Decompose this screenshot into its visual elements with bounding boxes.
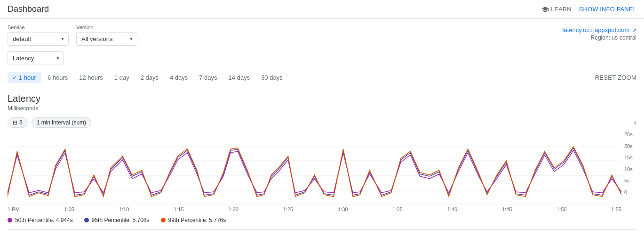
chart-collapse-button[interactable]: ‹ [634,118,636,127]
legend-label-50th: 50th Percentile: 4.944s [15,217,73,223]
time-options: ✓ 1 hour 6 hours 12 hours 1 day 2 days 4… [8,72,287,83]
legend-item-50th: 50th Percentile: 4.944s [8,217,73,223]
chart-bottom-border [8,229,636,230]
time-option-1day[interactable]: 1 day [110,72,134,83]
filter-count: 3 [19,119,23,126]
legend-item-99th: 99th Percentile: 5.776s [161,217,226,223]
legend-dot-95th [84,218,89,223]
time-option-14days[interactable]: 14 days [224,72,255,83]
chart-toolbar-left: ⊟ 3 1 min interval (sum) [8,117,91,128]
legend-dot-50th [8,218,12,223]
chart-y-labels: 25s 20s 15s 10s 5s 0 [621,132,636,205]
filter-icon: ⊟ [13,119,17,126]
y-label-15: 15s [624,155,636,160]
service-select-wrapper: default worker api ▼ [8,32,69,46]
line-99th [8,147,621,197]
legend-label-95th: 95th Percentile: 5.708s [92,217,150,223]
y-label-25: 25s [624,132,636,137]
filter-badge[interactable]: ⊟ 3 [8,117,28,128]
reset-zoom-button[interactable]: RESET ZOOM [595,74,636,81]
region-text: Region: us-central [563,34,636,41]
legend-item-95th: 95th Percentile: 5.708s [84,217,150,223]
latency-chart [8,132,621,205]
header-actions: LEARN SHOW INFO PANEL [541,6,636,13]
time-option-7days[interactable]: 7 days [194,72,222,83]
y-label-5: 5s [624,178,636,183]
time-range-bar: ✓ 1 hour 6 hours 12 hours 1 day 2 days 4… [0,69,644,86]
controls-left: Service default worker api ▼ Version All… [8,25,137,46]
metric-select-wrapper: Latency Traffic Errors ▼ [8,51,64,65]
chart-with-yaxis: 1 PM 1:05 1:10 1:15 1:20 1:25 1:30 1:35 … [8,132,636,212]
chart-container: Latency Milliseconds ⊟ 3 1 min interval … [0,86,644,230]
time-option-4days[interactable]: 4 days [165,72,192,83]
graduation-icon [541,6,549,13]
chart-x-labels: 1 PM 1:05 1:10 1:15 1:20 1:25 1:30 1:35 … [8,205,621,212]
metric-select-bar: Latency Traffic Errors ▼ [0,49,644,69]
chart-legend: 50th Percentile: 4.944s 95th Percentile:… [8,212,636,225]
time-option-6hours[interactable]: 6 hours [43,72,72,83]
external-link[interactable]: latency.uc.r.appspot.com ↗ [563,26,636,33]
legend-label-99th: 99th Percentile: 5.776s [168,217,226,223]
external-link-icon: ↗ [632,27,636,33]
chart-svg-area: 1 PM 1:05 1:10 1:15 1:20 1:25 1:30 1:35 … [8,132,621,212]
legend-dot-99th [161,218,166,223]
version-label: Version [76,25,137,30]
time-option-30days[interactable]: 30 days [256,72,287,83]
show-info-panel-button[interactable]: SHOW INFO PANEL [579,6,636,13]
y-label-10: 10s [624,166,636,172]
service-label: Service [8,25,69,30]
check-icon: ✓ [12,74,17,81]
controls-bar: Service default worker api ▼ Version All… [0,19,644,49]
chart-title: Latency [8,93,636,104]
chart-toolbar: ⊟ 3 1 min interval (sum) ‹ [8,117,636,128]
time-option-2days[interactable]: 2 days [136,72,163,83]
y-label-0: 0 [624,190,636,195]
time-option-12hours[interactable]: 12 hours [74,72,108,83]
version-select[interactable]: All versions v1 v2 [76,32,137,46]
learn-button[interactable]: LEARN [541,6,571,13]
external-link-group: latency.uc.r.appspot.com ↗ Region: us-ce… [563,25,636,41]
page-title: Dashboard [8,4,49,14]
y-label-20: 20s [624,143,636,149]
interval-badge[interactable]: 1 min interval (sum) [32,117,91,128]
app-header: Dashboard LEARN SHOW INFO PANEL [0,0,644,19]
chart-subtitle: Milliseconds [8,105,636,112]
service-select[interactable]: default worker api [8,32,69,46]
metric-select[interactable]: Latency Traffic Errors [8,51,64,65]
time-option-1hour[interactable]: ✓ 1 hour [8,72,41,83]
version-select-wrapper: All versions v1 v2 ▼ [76,32,137,46]
service-field-group: Service default worker api ▼ [8,25,69,46]
version-field-group: Version All versions v1 v2 ▼ [76,25,137,46]
